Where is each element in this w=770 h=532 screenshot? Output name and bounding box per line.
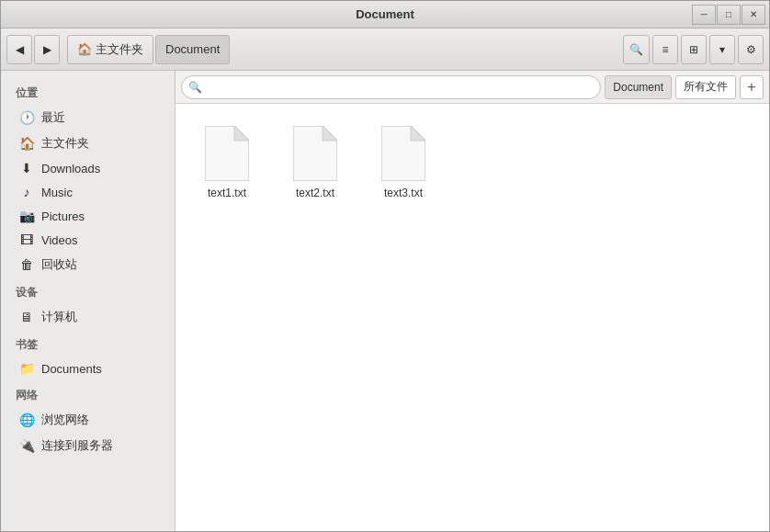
list-view-button[interactable]: ≡ — [652, 35, 678, 64]
file-name: text3.txt — [384, 187, 423, 201]
current-breadcrumb: Document — [155, 35, 230, 64]
back-button[interactable]: ◀ — [6, 35, 32, 64]
settings-button[interactable]: ⚙ — [738, 35, 764, 64]
sidebar: 位置🕐最近🏠主文件夹⬇Downloads♪Music📷Pictures🎞Vide… — [1, 71, 176, 531]
connect-server-icon: 🔌 — [19, 438, 34, 453]
trash-icon: 🗑 — [19, 257, 34, 272]
sidebar-item-home[interactable]: 🏠主文件夹 — [5, 130, 171, 156]
sidebar-item-documents[interactable]: 📁Documents — [5, 357, 171, 380]
breadcrumb: 🏠 主文件夹 Document — [67, 35, 230, 64]
browse-network-icon: 🌐 — [19, 413, 34, 427]
computer-icon: 🖥 — [19, 310, 34, 324]
downloads-icon: ⬇ — [19, 161, 34, 175]
toolbar-right: 🔍 ≡ ⊞ ▾ ⚙ — [623, 35, 764, 64]
file-icon — [205, 126, 249, 181]
sidebar-item-videos[interactable]: 🎞Videos — [5, 228, 171, 252]
grid-view-button[interactable]: ⊞ — [681, 35, 707, 64]
sort-icon: ▾ — [719, 43, 725, 56]
forward-icon: ▶ — [43, 43, 51, 56]
all-files-button[interactable]: 所有文件 — [675, 75, 736, 99]
sidebar-item-label: Videos — [41, 233, 78, 247]
forward-button[interactable]: ▶ — [34, 35, 60, 64]
sidebar-item-label: 回收站 — [41, 256, 77, 273]
home-icon: 🏠 — [19, 136, 34, 151]
music-icon: ♪ — [19, 185, 34, 199]
maximize-button[interactable]: □ — [717, 5, 741, 25]
titlebar: Document ─ □ ✕ — [1, 1, 769, 28]
file-item[interactable]: text3.txt — [367, 119, 440, 209]
home-icon: 🏠 — [77, 42, 92, 56]
svg-marker-1 — [234, 126, 249, 141]
sidebar-item-pictures[interactable]: 📷Pictures — [5, 204, 171, 228]
sidebar-item-downloads[interactable]: ⬇Downloads — [5, 156, 171, 180]
sidebar-item-computer[interactable]: 🖥计算机 — [5, 304, 171, 330]
documents-icon: 📁 — [19, 361, 34, 376]
add-button[interactable]: + — [740, 75, 764, 99]
window-title: Document — [356, 7, 414, 21]
content-area: 🔍 Document 所有文件 + text1.txt text2.txt te… — [176, 71, 769, 531]
file-item[interactable]: text1.txt — [190, 119, 264, 209]
pictures-icon: 📷 — [19, 209, 34, 223]
sidebar-section-label: 书签 — [1, 330, 175, 357]
toolbar: ◀ ▶ 🏠 主文件夹 Document 🔍 ≡ ⊞ ▾ — [1, 28, 769, 71]
window: Document ─ □ ✕ ◀ ▶ 🏠 主文件夹 Document � — [0, 0, 770, 532]
sidebar-item-label: 计算机 — [41, 309, 77, 325]
file-icon — [293, 126, 337, 181]
videos-icon: 🎞 — [19, 232, 34, 247]
minimize-button[interactable]: ─ — [692, 5, 716, 25]
sidebar-item-label: 连接到服务器 — [41, 437, 113, 454]
sidebar-item-label: 主文件夹 — [41, 135, 89, 152]
search-button[interactable]: 🔍 — [623, 35, 650, 64]
svg-marker-3 — [323, 126, 337, 141]
search-icon: 🔍 — [629, 43, 643, 56]
home-breadcrumb[interactable]: 🏠 主文件夹 — [67, 35, 153, 64]
sidebar-item-browse-network[interactable]: 🌐浏览网络 — [5, 407, 171, 433]
file-grid: text1.txt text2.txt text3.txt — [176, 104, 769, 531]
sidebar-section-label: 设备 — [1, 277, 175, 304]
list-view-icon: ≡ — [662, 43, 668, 56]
sidebar-item-music[interactable]: ♪Music — [5, 180, 171, 204]
location-bar: 🔍 Document 所有文件 + — [176, 71, 769, 104]
main-area: 位置🕐最近🏠主文件夹⬇Downloads♪Music📷Pictures🎞Vide… — [1, 71, 769, 531]
grid-view-icon: ⊞ — [689, 43, 698, 56]
nav-buttons: ◀ ▶ — [6, 35, 60, 64]
sidebar-item-label: Documents — [41, 362, 102, 376]
sidebar-item-label: Pictures — [41, 209, 85, 223]
sidebar-item-label: 最近 — [41, 109, 65, 126]
sidebar-item-label: Downloads — [41, 162, 100, 175]
svg-marker-5 — [411, 126, 425, 141]
sidebar-section-label: 位置 — [1, 78, 175, 105]
search-icon: 🔍 — [188, 81, 202, 94]
recent-icon: 🕐 — [19, 110, 34, 125]
sidebar-section-label: 网络 — [1, 380, 175, 407]
search-wrapper: 🔍 — [181, 75, 601, 99]
titlebar-controls: ─ □ ✕ — [692, 5, 765, 25]
sidebar-item-recent[interactable]: 🕐最近 — [5, 105, 171, 130]
file-name: text1.txt — [208, 187, 246, 201]
settings-icon: ⚙ — [746, 43, 756, 56]
sidebar-item-trash[interactable]: 🗑回收站 — [5, 252, 171, 277]
search-input[interactable] — [181, 75, 601, 99]
sidebar-item-label: Music — [41, 186, 73, 199]
home-label: 主文件夹 — [96, 41, 143, 58]
sort-button[interactable]: ▾ — [709, 35, 735, 64]
sidebar-item-label: 浏览网络 — [41, 412, 89, 428]
file-item[interactable]: text2.txt — [278, 119, 352, 209]
file-icon — [381, 126, 425, 181]
sidebar-item-connect-server[interactable]: 🔌连接到服务器 — [5, 433, 171, 458]
back-icon: ◀ — [16, 43, 24, 56]
location-tag: Document — [605, 75, 672, 99]
file-name: text2.txt — [296, 187, 334, 201]
close-button[interactable]: ✕ — [742, 5, 765, 25]
